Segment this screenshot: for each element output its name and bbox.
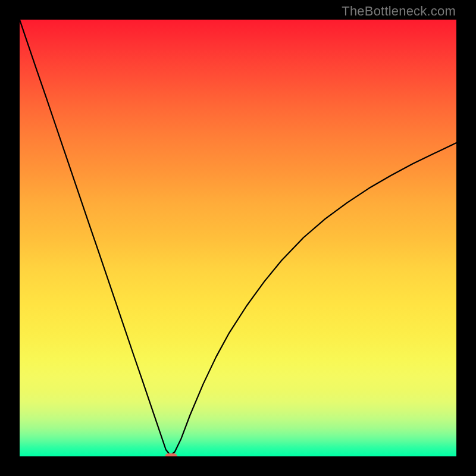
curve-line: [20, 20, 456, 455]
watermark-text: TheBottleneck.com: [342, 4, 456, 19]
svg-rect-0: [165, 453, 177, 456]
chart-svg: [20, 20, 456, 456]
bottleneck-curve: [20, 20, 456, 455]
min-marker: [165, 453, 177, 456]
chart-frame: TheBottleneck.com: [0, 0, 476, 476]
plot-area: [20, 20, 456, 456]
